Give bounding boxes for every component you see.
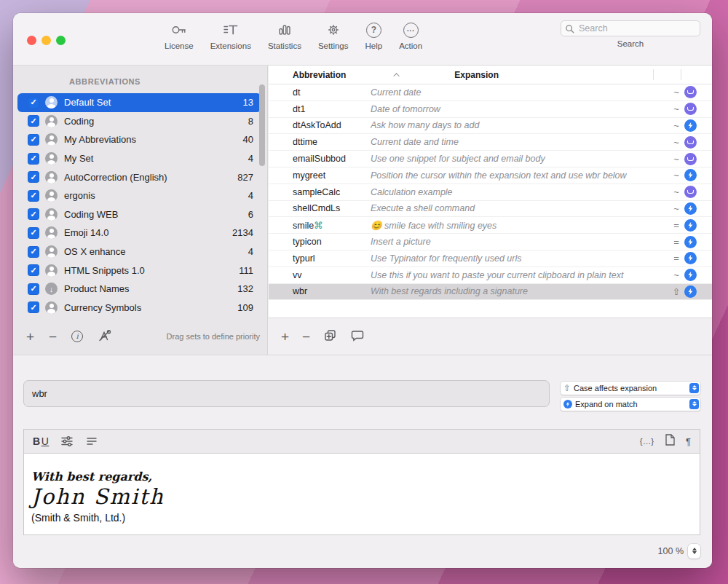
case-popup[interactable]: ⇧ Case affects expansion	[561, 382, 700, 395]
command-key-glyph: ⌘	[314, 221, 323, 231]
set-enabled-checkbox[interactable]	[28, 171, 39, 183]
expansion-cell: Ask how many days to add	[371, 120, 668, 130]
abbreviation-row[interactable]: dt Current date ~	[269, 84, 712, 101]
expansion-editor[interactable]: BU {…} ¶ With best regards, John Smith	[23, 429, 700, 535]
sidebar-set-row[interactable]: My Abbreviations 40	[17, 130, 261, 149]
set-enabled-checkbox[interactable]	[28, 246, 39, 258]
set-icon	[45, 171, 58, 184]
sidebar-set-row[interactable]: My Set 4	[17, 149, 261, 168]
insert-marker-button[interactable]: {…}	[640, 437, 654, 446]
toolbar-settings[interactable]: Settings	[318, 20, 349, 50]
ellipsis-icon: ...	[403, 20, 419, 40]
set-enabled-checkbox[interactable]	[28, 134, 39, 146]
sort-ascending-icon	[394, 73, 400, 79]
zoom-stepper[interactable]	[688, 544, 700, 559]
abbreviation-row[interactable]: dtAskToAdd Ask how many days to add ~	[269, 118, 712, 135]
expansion-text[interactable]: With best regards, John Smith (Smith & S…	[24, 454, 700, 524]
add-abbreviation-button[interactable]: +	[281, 330, 289, 344]
abbreviation-cell: smile⌘	[269, 220, 371, 231]
toolbar-license[interactable]: License	[165, 20, 194, 50]
toolbar-label: Action	[399, 42, 422, 50]
comment-button[interactable]	[350, 328, 365, 344]
option-popups: ⇧ Case affects expansion Expand on match	[561, 382, 700, 411]
abbreviation-row[interactable]: dt1 Date of tomorrow ~	[269, 101, 712, 118]
sidebar-set-row[interactable]: Product Names 132	[17, 280, 261, 299]
pilcrow-button[interactable]: ¶	[686, 436, 691, 447]
expansion-cell: Use one snippet for subject and email bo…	[371, 154, 668, 164]
abbreviation-row[interactable]: mygreet Position the cursor within the e…	[269, 167, 712, 184]
abbreviation-row[interactable]: emailSubbod Use one snippet for subject …	[269, 151, 712, 167]
sidebar-set-row[interactable]: Default Set 13	[17, 93, 261, 112]
set-enabled-checkbox[interactable]	[28, 115, 39, 127]
set-enabled-checkbox[interactable]	[28, 153, 39, 165]
set-enabled-checkbox[interactable]	[28, 301, 39, 313]
set-enabled-checkbox[interactable]	[28, 97, 39, 108]
abbreviation-row[interactable]: wbr With best regards including a signat…	[269, 284, 712, 301]
toolbar-help[interactable]: ? Help	[365, 20, 382, 50]
abbreviation-row[interactable]: smile⌘ 😊 smile face with smiling eyes =	[269, 217, 712, 234]
zoom-button[interactable]	[56, 36, 66, 45]
abbreviation-input[interactable]: wbr	[23, 380, 550, 407]
sidebar-set-row[interactable]: OS X enhance 4	[17, 242, 261, 261]
set-enabled-checkbox[interactable]	[28, 208, 39, 220]
expansion-cell: With best regards including a signature	[371, 286, 668, 296]
remove-abbreviation-button[interactable]: −	[302, 330, 310, 344]
format-bold-underline-button[interactable]: BU	[33, 435, 49, 447]
add-set-button[interactable]: +	[26, 330, 34, 344]
set-name: Coding WEB	[64, 209, 118, 220]
minimize-button[interactable]	[41, 36, 51, 45]
sliders-button[interactable]	[60, 435, 74, 448]
match-mode-indicator: ~	[668, 103, 684, 114]
sidebar-set-row[interactable]: AutoCorrection (English) 827	[17, 167, 261, 186]
abbreviation-row[interactable]: dttime Current date and time ~	[269, 134, 712, 151]
abbreviation-row[interactable]: typicon Insert a picture =	[269, 234, 712, 250]
column-expansion[interactable]: Expansion	[454, 70, 499, 80]
script-bolt-icon	[687, 271, 695, 279]
sidebar-set-row[interactable]: Coding 8	[17, 112, 261, 131]
duplicate-button[interactable]	[323, 328, 337, 344]
info-button[interactable]: i	[71, 331, 83, 342]
toolbar-extensions[interactable]: Extensions	[210, 20, 251, 50]
abbreviation-cell: shellCmdLs	[269, 203, 371, 213]
abbreviation-row[interactable]: shellCmdLs Execute a shell command ~	[269, 201, 712, 218]
key-icon	[170, 20, 189, 40]
abbreviation-row[interactable]: typurl Use Typinator for frequently used…	[269, 250, 712, 267]
set-name: Default Set	[64, 97, 111, 108]
sidebar-set-row[interactable]: Coding WEB 6	[17, 205, 261, 224]
sidebar-scrollbar[interactable]	[259, 84, 265, 166]
marker-settings-button[interactable]	[98, 328, 111, 344]
editor-toolbar: BU {…} ¶	[24, 430, 700, 454]
sidebar-set-row[interactable]: Currency Symbols 109	[17, 299, 261, 317]
signature-line-3: (Smith & Smith, Ltd.)	[31, 512, 700, 524]
script-bolt-icon	[687, 238, 695, 246]
align-button[interactable]	[85, 435, 98, 448]
set-enabled-checkbox[interactable]	[28, 190, 39, 202]
sidebar-set-row[interactable]: ergonis 4	[17, 186, 261, 205]
expand-popup[interactable]: Expand on match	[561, 398, 700, 411]
document-button[interactable]	[664, 433, 676, 449]
gear-icon	[324, 20, 343, 40]
sidebar-set-row[interactable]: Emoji 14.0 2134	[17, 224, 261, 242]
close-button[interactable]	[27, 36, 36, 45]
set-count: 2134	[232, 227, 253, 238]
toolbar-action[interactable]: ... Action	[399, 20, 422, 50]
remove-set-button[interactable]: −	[49, 330, 57, 344]
set-enabled-checkbox[interactable]	[28, 227, 39, 239]
drag-hint: Drag sets to define priority	[167, 332, 260, 341]
sidebar-set-row[interactable]: HTML Snippets 1.0 111	[17, 261, 261, 280]
set-enabled-checkbox[interactable]	[28, 283, 39, 295]
set-count: 8	[248, 116, 253, 127]
toolbar-statistics[interactable]: Statistics	[268, 20, 301, 50]
expansion-type-badge	[684, 103, 697, 115]
script-bolt-icon	[687, 122, 695, 130]
expansion-type-badge	[684, 219, 697, 232]
set-enabled-checkbox[interactable]	[28, 264, 39, 276]
set-icon	[45, 283, 58, 295]
abbreviation-row[interactable]: vv Use this if you want to paste your cu…	[269, 267, 712, 284]
plain-text-icon	[687, 141, 694, 144]
search-field[interactable]	[561, 20, 700, 36]
abbreviation-row[interactable]: sampleCalc Calculation example ~	[269, 184, 712, 201]
search-input[interactable]	[561, 23, 700, 33]
column-abbreviation[interactable]: Abbreviation	[293, 70, 346, 80]
toolbar-label: Extensions	[210, 42, 251, 50]
